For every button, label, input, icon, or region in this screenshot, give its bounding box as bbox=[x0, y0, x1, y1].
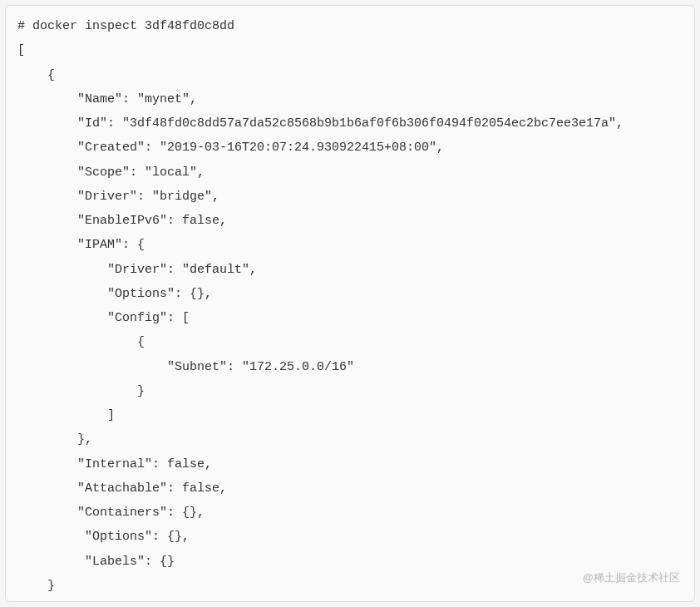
code-line: "Driver": "default", bbox=[17, 258, 683, 282]
code-line: { bbox=[17, 63, 683, 87]
code-line: "Id": "3df48fd0c8dd57a7da52c8568b9b1b6af… bbox=[17, 111, 683, 136]
code-line: "Options": {}, bbox=[17, 282, 683, 306]
code-line: "Subnet": "172.25.0.0/16" bbox=[17, 355, 683, 379]
code-line: "Internal": false, bbox=[17, 452, 683, 476]
code-line: ] bbox=[17, 403, 683, 427]
code-line: "Driver": "bridge", bbox=[17, 185, 683, 209]
code-line: "Name": "mynet", bbox=[17, 87, 683, 111]
code-block: # docker inspect 3df48fd0c8dd[ { "Name":… bbox=[5, 5, 695, 602]
code-line: "Scope": "local", bbox=[17, 160, 683, 185]
code-line: "Config": [ bbox=[17, 306, 683, 330]
code-line: ] bbox=[17, 598, 683, 602]
code-line: "Containers": {}, bbox=[17, 501, 683, 525]
code-line: "Options": {}, bbox=[17, 525, 683, 549]
code-line: { bbox=[17, 330, 683, 354]
watermark-text: @稀土掘金技术社区 bbox=[583, 570, 680, 585]
code-line: "Created": "2019-03-16T20:07:24.93092241… bbox=[17, 136, 683, 160]
code-line: "EnableIPv6": false, bbox=[17, 209, 683, 233]
code-line: } bbox=[17, 379, 683, 403]
code-line: }, bbox=[17, 427, 683, 452]
code-line: "IPAM": { bbox=[17, 233, 683, 257]
code-line: [ bbox=[17, 38, 683, 62]
code-line: # docker inspect 3df48fd0c8dd bbox=[17, 14, 683, 38]
code-line: "Attachable": false, bbox=[17, 476, 683, 501]
